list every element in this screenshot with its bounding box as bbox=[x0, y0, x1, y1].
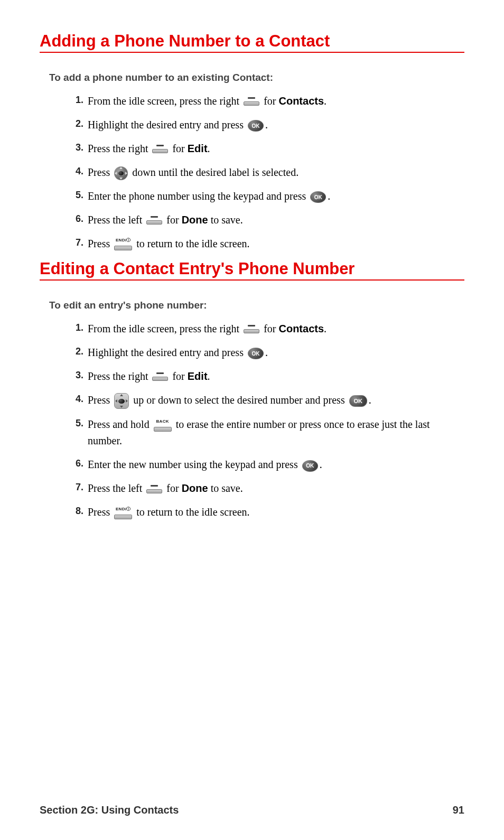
bold-edit: Edit bbox=[188, 370, 208, 382]
step-text: Press bbox=[88, 394, 113, 406]
step-item: From the idle screen, press the right fo… bbox=[63, 321, 464, 337]
navpad-icon bbox=[114, 393, 129, 409]
step-text: Press the right bbox=[88, 370, 151, 382]
step-text: for bbox=[172, 370, 187, 382]
step-text: Press bbox=[88, 166, 113, 178]
step-text: for bbox=[264, 95, 278, 107]
step-text: to return to the idle screen. bbox=[136, 238, 249, 249]
step-text: Highlight the desired entry and press bbox=[88, 119, 246, 130]
bold-contacts: Contacts bbox=[278, 323, 324, 334]
step-text: . bbox=[265, 347, 268, 358]
manual-page: Adding a Phone Number to a Contact To ad… bbox=[0, 0, 504, 840]
lead-add-contact: To add a phone number to an existing Con… bbox=[49, 72, 464, 83]
ok-button-icon: OK bbox=[349, 395, 367, 407]
step-text: . bbox=[324, 323, 326, 334]
step-text: Press the right bbox=[88, 143, 151, 154]
step-text: From the idle screen, press the right bbox=[88, 323, 242, 334]
step-item: Press and hold BACK to erase the entire … bbox=[63, 416, 464, 449]
step-text: From the idle screen, press the right bbox=[88, 95, 242, 107]
back-key-icon: BACK bbox=[154, 420, 172, 432]
step-text: Press bbox=[88, 238, 113, 249]
ok-button-icon: OK bbox=[310, 191, 326, 203]
step-text: for bbox=[166, 214, 181, 226]
step-text: . bbox=[369, 394, 371, 406]
step-text: to save. bbox=[208, 214, 243, 226]
step-text: for bbox=[166, 482, 181, 494]
step-text: . bbox=[320, 459, 322, 470]
step-text: to save. bbox=[208, 482, 243, 494]
step-item: Press END/ⓘ to return to the idle screen… bbox=[63, 504, 464, 520]
step-item: Press the left for Done to save. bbox=[63, 480, 464, 497]
step-text: for bbox=[172, 143, 187, 154]
step-text: up or down to select the desired number … bbox=[133, 394, 347, 406]
softkey-right-icon bbox=[152, 372, 168, 382]
step-text: . bbox=[328, 190, 330, 202]
step-text: down until the desired label is selected… bbox=[132, 166, 298, 178]
softkey-right-icon bbox=[152, 145, 168, 154]
step-text: . bbox=[324, 95, 326, 107]
step-item: Press up or down to select the desired n… bbox=[63, 392, 464, 409]
step-text: Press the left bbox=[88, 214, 145, 226]
step-text: . bbox=[208, 143, 210, 154]
step-item: Highlight the desired entry and press OK… bbox=[63, 344, 464, 361]
bold-done: Done bbox=[182, 482, 208, 494]
step-text: Highlight the desired entry and press bbox=[88, 347, 246, 358]
navpad-icon bbox=[114, 166, 128, 180]
ok-button-icon: OK bbox=[248, 348, 264, 359]
step-text: Press the left bbox=[88, 482, 145, 494]
step-item: Press END/ⓘ to return to the idle screen… bbox=[63, 236, 464, 252]
steps-add-contact: From the idle screen, press the right fo… bbox=[63, 93, 464, 252]
softkey-right-icon bbox=[244, 325, 259, 334]
lead-edit-contact: To edit an entry's phone number: bbox=[49, 300, 464, 311]
softkey-left-icon bbox=[146, 216, 162, 226]
end-key-icon: END/ⓘ bbox=[114, 508, 132, 519]
heading-add-phone-number: Adding a Phone Number to a Contact bbox=[40, 32, 464, 53]
end-key-icon: END/ⓘ bbox=[114, 239, 132, 250]
softkey-left-icon bbox=[146, 485, 162, 494]
footer-section-label: Section 2G: Using Contacts bbox=[40, 804, 179, 816]
steps-edit-contact: From the idle screen, press the right fo… bbox=[63, 321, 464, 520]
step-text: to return to the idle screen. bbox=[136, 506, 249, 518]
step-item: Press down until the desired label is se… bbox=[63, 164, 464, 181]
step-item: Press the left for Done to save. bbox=[63, 212, 464, 228]
step-item: From the idle screen, press the right fo… bbox=[63, 93, 464, 109]
step-text: Press bbox=[88, 506, 113, 518]
step-text: Enter the phone number using the keypad … bbox=[88, 190, 309, 202]
heading-edit-phone-number: Editing a Contact Entry's Phone Number bbox=[40, 259, 464, 281]
step-item: Highlight the desired entry and press OK… bbox=[63, 117, 464, 133]
step-item: Enter the phone number using the keypad … bbox=[63, 188, 464, 204]
step-item: Press the right for Edit. bbox=[63, 141, 464, 157]
step-text: Enter the new number using the keypad an… bbox=[88, 459, 301, 470]
bold-done: Done bbox=[182, 214, 208, 226]
softkey-right-icon bbox=[244, 97, 259, 107]
ok-button-icon: OK bbox=[248, 120, 264, 132]
step-text: . bbox=[265, 119, 268, 130]
bold-edit: Edit bbox=[188, 143, 208, 154]
step-text: . bbox=[208, 370, 210, 382]
bold-contacts: Contacts bbox=[278, 95, 324, 107]
ok-button-icon: OK bbox=[302, 460, 318, 472]
page-footer: Section 2G: Using Contacts 91 bbox=[40, 804, 464, 816]
step-item: Press the right for Edit. bbox=[63, 368, 464, 385]
step-text: Press and hold bbox=[88, 418, 152, 430]
footer-page-number: 91 bbox=[453, 804, 464, 816]
step-item: Enter the new number using the keypad an… bbox=[63, 456, 464, 473]
step-text: for bbox=[264, 323, 278, 334]
